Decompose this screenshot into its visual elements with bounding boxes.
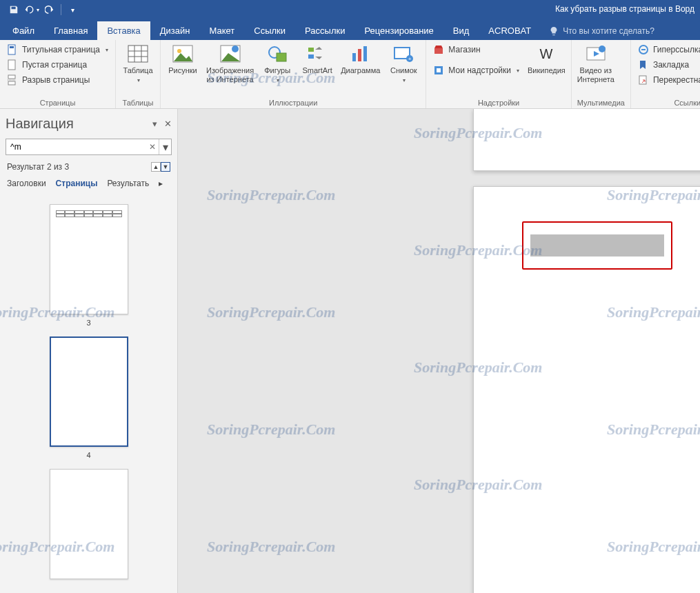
navigation-search-clear[interactable]: ✕ bbox=[146, 142, 159, 152]
tab-acrobat[interactable]: ACROBAT bbox=[479, 21, 541, 40]
tab-design[interactable]: Дизайн bbox=[150, 21, 200, 40]
wikipedia-icon: W bbox=[535, 43, 557, 65]
online-video-icon bbox=[585, 43, 607, 65]
svg-rect-3 bbox=[8, 75, 15, 79]
navigation-search[interactable]: ✕ ▾ bbox=[6, 139, 172, 155]
table-button[interactable]: Таблица▾ bbox=[121, 43, 154, 83]
pictures-label: Рисунки bbox=[168, 66, 197, 75]
online-pictures-button[interactable]: Изображенияиз Интернета bbox=[206, 43, 254, 83]
chart-label: Диаграмма bbox=[341, 66, 380, 75]
page-break-icon bbox=[7, 74, 18, 86]
my-addins-label: Мои надстройки bbox=[448, 66, 511, 75]
tab-layout[interactable]: Макет bbox=[199, 21, 244, 40]
qat-separator bbox=[61, 4, 61, 15]
lightbulb-icon bbox=[549, 26, 559, 36]
nav-tab-headings[interactable]: Заголовки bbox=[7, 176, 46, 191]
chart-icon bbox=[350, 43, 372, 65]
tell-me-search[interactable]: Что вы хотите сделать? bbox=[541, 22, 663, 40]
hyperlink-button[interactable]: Гиперссылка bbox=[637, 43, 700, 57]
screenshot-button[interactable]: + Снимок▾ bbox=[387, 43, 420, 83]
cross-reference-button[interactable]: Перекрестная ссылка bbox=[637, 73, 700, 87]
document-page-prev[interactable] bbox=[473, 109, 700, 171]
navigation-close-button[interactable]: ✕ bbox=[164, 119, 172, 129]
screenshot-label: Снимок bbox=[390, 66, 417, 74]
navigation-search-options[interactable]: ▾ bbox=[159, 139, 171, 154]
my-addins-button[interactable]: Мои надстройки▾ bbox=[432, 63, 521, 77]
group-media: Видео изИнтернета Мультимедиа bbox=[572, 40, 631, 108]
page-thumbnail-3-number: 3 bbox=[86, 319, 90, 327]
svg-rect-1 bbox=[10, 46, 14, 48]
blank-page-icon bbox=[7, 59, 18, 70]
blank-page-button[interactable]: Пустая страница bbox=[6, 58, 110, 72]
navigation-thumbnails: 3 4 bbox=[6, 196, 172, 586]
online-video-button[interactable]: Видео изИнтернета bbox=[577, 43, 614, 83]
thumbnail-content-icon bbox=[56, 210, 122, 217]
smartart-button[interactable]: SmartArt bbox=[301, 43, 334, 75]
tab-review[interactable]: Рецензирование bbox=[354, 21, 443, 40]
svg-rect-16 bbox=[277, 53, 286, 61]
group-links: Гиперссылка Закладка Перекрестная ссылка… bbox=[631, 40, 700, 108]
tab-file[interactable]: Файл bbox=[3, 21, 44, 40]
nav-tab-more[interactable]: ▸ bbox=[159, 179, 163, 188]
nav-tab-results[interactable]: Результать bbox=[107, 176, 149, 191]
page-thumbnail-4-number: 4 bbox=[86, 451, 90, 459]
group-illustrations-label: Иллюстрации bbox=[166, 97, 420, 107]
wikipedia-button[interactable]: W Википедия bbox=[528, 43, 566, 75]
hyperlink-label: Гиперссылка bbox=[653, 45, 700, 54]
undo-button[interactable]: ▾ bbox=[23, 1, 40, 18]
pictures-button[interactable]: Рисунки bbox=[166, 43, 199, 75]
table-label: Таблица bbox=[123, 66, 152, 74]
store-icon bbox=[433, 44, 444, 55]
svg-point-29 bbox=[599, 46, 606, 52]
group-addins: Магазин Мои надстройки▾ W Википедия Надс… bbox=[426, 40, 571, 108]
svg-rect-17 bbox=[308, 48, 314, 52]
page-break-selection[interactable] bbox=[530, 234, 664, 257]
group-pages-label: Страницы bbox=[6, 97, 110, 107]
svg-rect-18 bbox=[308, 54, 314, 59]
tab-insert[interactable]: Вставка bbox=[97, 21, 150, 40]
tab-mailings[interactable]: Рассылки bbox=[295, 21, 354, 40]
page-thumbnail-5[interactable] bbox=[50, 469, 128, 579]
quick-access-toolbar: ▾ ▾ bbox=[0, 1, 81, 18]
qat-customize-button[interactable]: ▾ bbox=[64, 1, 81, 18]
nav-tab-pages[interactable]: Страницы bbox=[56, 176, 98, 191]
page-thumbnail-4[interactable] bbox=[50, 336, 128, 447]
shapes-label: Фигуры bbox=[264, 66, 290, 74]
bookmark-button[interactable]: Закладка bbox=[637, 58, 700, 72]
navigation-search-input[interactable] bbox=[6, 141, 146, 153]
shapes-icon bbox=[266, 43, 288, 65]
online-pictures-label-2: из Интернета bbox=[206, 75, 253, 83]
tell-me-label: Что вы хотите сделать? bbox=[563, 26, 654, 36]
cross-reference-icon bbox=[638, 74, 649, 86]
navigation-next-result[interactable]: ▼ bbox=[161, 162, 170, 172]
shapes-button[interactable]: Фигуры▾ bbox=[261, 43, 294, 83]
title-page-label: Титульная страница bbox=[22, 45, 100, 54]
save-button[interactable] bbox=[6, 1, 22, 18]
store-button[interactable]: Магазин bbox=[432, 43, 521, 57]
ribbon-tabs: Файл Главная Вставка Дизайн Макет Ссылки… bbox=[0, 19, 700, 40]
svg-point-12 bbox=[177, 49, 181, 53]
svg-rect-6 bbox=[128, 46, 148, 62]
group-tables-label: Таблицы bbox=[121, 97, 154, 107]
group-illustrations: Рисунки Изображенияиз Интернета Фигуры▾ … bbox=[161, 40, 426, 108]
navigation-prev-result[interactable]: ▲ bbox=[151, 162, 161, 172]
document-page-current[interactable] bbox=[473, 186, 700, 593]
undo-icon bbox=[24, 5, 35, 14]
tab-home[interactable]: Главная bbox=[44, 21, 97, 40]
document-title: Как убрать разрыв страницы в Ворд bbox=[555, 4, 694, 14]
page-break-button[interactable]: Разрыв страницы bbox=[6, 73, 110, 87]
navigation-pane: Навигация ▾ ✕ ✕ ▾ Результат 2 из 3 ▲ ▼ З… bbox=[0, 109, 178, 593]
chart-button[interactable]: Диаграмма bbox=[341, 43, 380, 75]
tab-references[interactable]: Ссылки bbox=[244, 21, 295, 40]
title-page-button[interactable]: Титульная страница▾ bbox=[6, 43, 110, 57]
navigation-dropdown-button[interactable]: ▾ bbox=[152, 119, 157, 129]
svg-rect-20 bbox=[358, 49, 361, 61]
redo-button[interactable] bbox=[41, 1, 58, 18]
screenshot-icon: + bbox=[392, 43, 414, 65]
document-area[interactable] bbox=[178, 109, 700, 593]
online-video-label-1: Видео из bbox=[580, 66, 612, 74]
tab-view[interactable]: Вид bbox=[443, 21, 479, 40]
my-addins-icon bbox=[433, 65, 444, 76]
group-links-label: Ссылки bbox=[637, 97, 700, 107]
page-thumbnail-3[interactable] bbox=[50, 204, 128, 314]
